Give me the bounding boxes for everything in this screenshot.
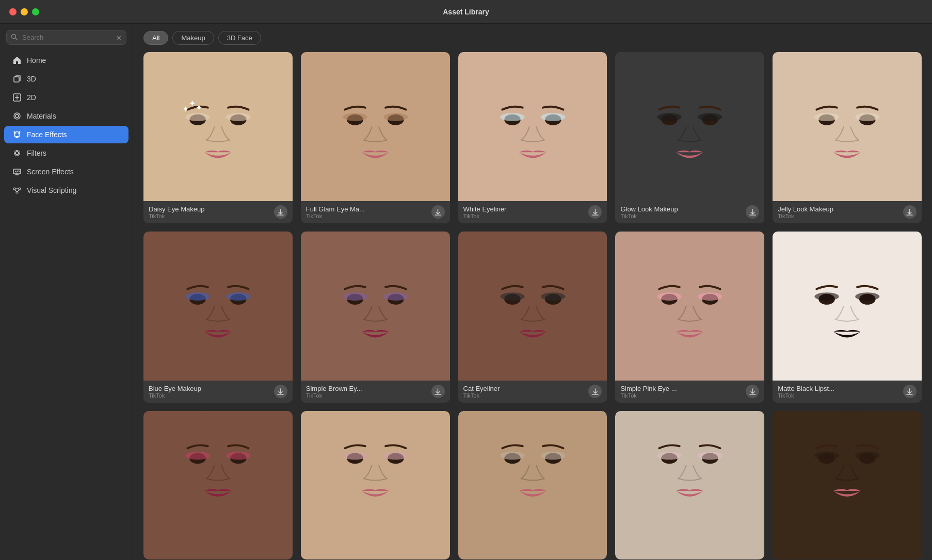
- card-name: Glow Look Makeup: [620, 205, 743, 213]
- asset-card[interactable]: [773, 411, 922, 560]
- filter-btn-makeup[interactable]: Makeup: [172, 31, 214, 45]
- svg-point-33: [328, 72, 423, 194]
- svg-point-4: [14, 113, 20, 119]
- svg-point-73: [541, 292, 565, 301]
- card-text: Jelly Look MakeupTikTok: [778, 205, 900, 219]
- card-name: Simple Brown Ey...: [306, 385, 428, 392]
- svg-point-101: [541, 451, 565, 459]
- sidebar-item-filters[interactable]: Filters: [4, 144, 128, 162]
- svg-point-48: [657, 113, 682, 121]
- download-button[interactable]: [746, 385, 759, 398]
- sidebar-item-face-effects[interactable]: Face Effects: [4, 126, 128, 143]
- asset-card[interactable]: Simple Brown Ey...TikTok: [301, 232, 450, 403]
- asset-card[interactable]: [301, 411, 450, 560]
- svg-point-69: [485, 252, 580, 373]
- download-button[interactable]: [903, 385, 917, 398]
- screen-effects-icon: [12, 167, 22, 176]
- card-image: [773, 411, 922, 560]
- download-button[interactable]: [746, 205, 759, 219]
- svg-point-63: [328, 252, 423, 373]
- asset-card[interactable]: [615, 411, 764, 560]
- asset-card[interactable]: Matte Black Lipst...TikTok: [773, 232, 922, 403]
- filter-btn-all[interactable]: All: [143, 31, 168, 45]
- card-text: White EyelinerTikTok: [463, 205, 586, 219]
- card-source: TikTok: [149, 213, 271, 219]
- sidebar-item-2d[interactable]: 2D: [4, 89, 128, 106]
- face-illustration: [615, 52, 764, 201]
- svg-point-54: [815, 113, 839, 121]
- download-button[interactable]: [588, 205, 602, 219]
- grid-container[interactable]: ✦✦✦Daisy Eye MakeupTikTokFull Glam Eye M…: [133, 52, 932, 560]
- card-source: TikTok: [620, 213, 743, 219]
- sidebar-item-home-label: Home: [27, 56, 46, 64]
- title-bar: Asset Library: [0, 0, 932, 24]
- asset-card[interactable]: [143, 411, 293, 560]
- svg-point-19: [19, 188, 21, 190]
- search-clear-icon[interactable]: ✕: [116, 34, 122, 41]
- svg-point-96: [383, 451, 408, 459]
- card-source: TikTok: [463, 392, 586, 399]
- asset-card[interactable]: Cat EyelinerTikTok: [458, 232, 607, 403]
- card-image: [143, 411, 293, 560]
- card-info: White EyelinerTikTok: [458, 201, 607, 223]
- svg-point-100: [500, 451, 524, 459]
- card-image: [301, 232, 450, 381]
- asset-card[interactable]: Blue Eye MakeupTikTok: [143, 232, 293, 403]
- face-illustration: [301, 52, 450, 201]
- asset-card[interactable]: Full Glam Eye Ma...TikTok: [301, 52, 450, 223]
- sidebar-item-home[interactable]: Home: [4, 52, 128, 69]
- svg-point-49: [698, 113, 722, 121]
- download-button[interactable]: [274, 385, 287, 398]
- sidebar-item-3d[interactable]: 3D: [4, 70, 128, 88]
- asset-card[interactable]: Jelly Look MakeupTikTok: [773, 52, 922, 223]
- card-image: [458, 411, 607, 560]
- svg-point-72: [500, 292, 524, 301]
- svg-point-84: [815, 292, 839, 301]
- download-button[interactable]: [588, 385, 602, 398]
- svg-point-18: [13, 188, 15, 190]
- face-illustration: [143, 232, 293, 381]
- svg-point-107: [800, 411, 895, 533]
- svg-point-27: [185, 113, 210, 121]
- download-button[interactable]: [903, 205, 917, 219]
- 2d-icon: [12, 93, 22, 102]
- face-illustration: [773, 52, 922, 201]
- svg-point-102: [642, 411, 737, 533]
- svg-text:✦: ✦: [196, 103, 202, 112]
- card-source: TikTok: [306, 392, 428, 399]
- svg-point-110: [815, 451, 839, 459]
- search-input[interactable]: [6, 30, 126, 45]
- download-button[interactable]: [431, 205, 445, 219]
- card-name: Jelly Look Makeup: [778, 205, 900, 213]
- sidebar-item-face-effects-label: Face Effects: [27, 130, 67, 139]
- card-name: Cat Eyeliner: [463, 385, 586, 392]
- asset-card[interactable]: ✦✦✦Daisy Eye MakeupTikTok: [143, 52, 293, 223]
- svg-line-23: [18, 190, 20, 191]
- download-button[interactable]: [274, 205, 287, 219]
- home-icon: [12, 56, 22, 65]
- svg-text:✦: ✦: [189, 99, 196, 108]
- asset-card[interactable]: Simple Pink Eye ...TikTok: [615, 232, 764, 403]
- svg-point-66: [343, 292, 367, 301]
- close-button[interactable]: [9, 8, 17, 15]
- card-info: Blue Eye MakeupTikTok: [143, 381, 293, 403]
- asset-card[interactable]: [458, 411, 607, 560]
- fullscreen-button[interactable]: [32, 8, 39, 15]
- sidebar-item-screen-effects[interactable]: Screen Effects: [4, 163, 128, 180]
- svg-point-91: [226, 451, 250, 459]
- download-button[interactable]: [431, 385, 445, 398]
- svg-point-106: [698, 451, 722, 459]
- svg-point-55: [855, 113, 879, 121]
- 3d-icon: [12, 74, 22, 84]
- minimize-button[interactable]: [21, 8, 28, 15]
- asset-card[interactable]: White EyelinerTikTok: [458, 52, 607, 223]
- card-text: Simple Brown Ey...TikTok: [306, 385, 428, 399]
- filter-btn-3d-face[interactable]: 3D Face: [218, 31, 261, 45]
- svg-point-36: [343, 113, 367, 121]
- card-image: [143, 232, 293, 381]
- sidebar-item-visual-scripting[interactable]: Visual Scripting: [4, 182, 128, 199]
- asset-card[interactable]: Glow Look MakeupTikTok: [615, 52, 764, 223]
- sidebar-item-materials[interactable]: Materials: [4, 107, 128, 125]
- svg-point-111: [855, 451, 879, 459]
- face-illustration: [773, 411, 922, 560]
